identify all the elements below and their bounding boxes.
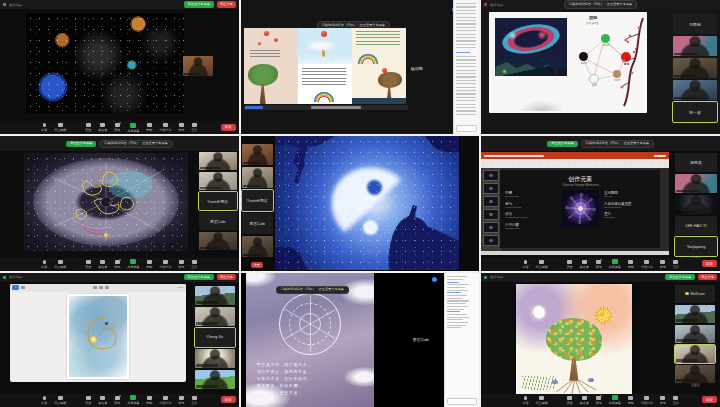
participant-tile[interactable]: Yuxin张雨欣 xyxy=(199,192,237,210)
ppt-ribbon[interactable] xyxy=(481,159,669,168)
ppt-titlebar[interactable] xyxy=(481,152,669,159)
cam-button[interactable]: 停止视频 xyxy=(54,123,66,132)
doc-scrollbar[interactable] xyxy=(244,105,408,110)
smile-button[interactable]: 表情 xyxy=(178,396,184,405)
rooms-button[interactable]: 分组讨论 xyxy=(159,260,171,269)
cam-button[interactable]: 停止视频 xyxy=(536,260,548,269)
chat-button[interactable]: 聊天 xyxy=(596,396,602,405)
participant-tile[interactable] xyxy=(242,167,273,188)
window-controls[interactable] xyxy=(654,155,666,156)
meeting-pill[interactable]: 口袋神话训练营（丙班） · 正在查看共享屏幕 xyxy=(581,140,654,148)
zoom-app-icon[interactable] xyxy=(432,277,437,282)
shield-button[interactable]: 安全 xyxy=(85,396,91,405)
participant-tile[interactable] xyxy=(675,325,715,343)
chat-input[interactable] xyxy=(456,125,477,132)
chat-button[interactable]: 聊天 xyxy=(114,123,120,132)
participant-tile[interactable]: Yuxin张雨欣 xyxy=(242,190,273,211)
participant-tile[interactable]: LEE HAO YI xyxy=(675,216,717,235)
smile-button[interactable]: 表情 xyxy=(178,260,184,269)
rooms-button[interactable]: 分组讨论 xyxy=(159,396,171,405)
meeting-pill[interactable]: 口袋神话训练营（丙班） · 正在查看共享屏幕 xyxy=(99,140,172,148)
mic-button[interactable]: 静音 xyxy=(41,123,47,132)
meeting-info-label[interactable]: 会议信息 xyxy=(490,3,503,7)
annotate-button[interactable]: ✎ xyxy=(12,285,19,290)
participant-tile[interactable]: 李艺Cubi xyxy=(242,213,273,234)
mic-button[interactable]: 静音 xyxy=(41,396,47,405)
participant-tile[interactable] xyxy=(195,349,235,368)
ppt-slide-thumbnails[interactable] xyxy=(481,168,501,251)
participant-tile[interactable] xyxy=(673,36,717,56)
participant-tile[interactable] xyxy=(675,365,715,383)
share-button[interactable]: 共享屏幕 xyxy=(127,123,139,133)
end-meeting-button[interactable]: 结束 xyxy=(702,396,717,403)
rooms-button[interactable]: 分组讨论 xyxy=(641,260,653,269)
shield-button[interactable]: 安全 xyxy=(85,260,91,269)
participant-tile[interactable] xyxy=(199,152,237,170)
share-button[interactable]: 共享屏幕 xyxy=(127,259,139,269)
participant-tile[interactable] xyxy=(195,307,235,326)
rec-button[interactable]: 录制 xyxy=(628,396,634,405)
end-meeting-button[interactable]: 结束 xyxy=(702,260,717,267)
rooms-button[interactable]: 分组讨论 xyxy=(641,396,653,405)
participant-tile[interactable]: ShiXuan xyxy=(675,285,715,303)
more-button[interactable]: 更多 xyxy=(191,123,197,132)
shield-button[interactable]: 安全 xyxy=(85,123,91,132)
participant-tile[interactable]: Cheng Xu xyxy=(195,328,235,347)
meeting-info-label[interactable]: 会议信息 xyxy=(9,3,22,7)
participant-tile[interactable] xyxy=(675,195,717,214)
participant-tile[interactable] xyxy=(675,345,715,363)
participant-tile[interactable] xyxy=(673,80,717,100)
smile-button[interactable]: 表情 xyxy=(660,396,666,405)
stop-share-button[interactable]: 停止共享 xyxy=(217,274,236,280)
more-button[interactable]: 更多 xyxy=(673,396,679,405)
smile-button[interactable]: 表情 xyxy=(178,123,184,132)
chat-button[interactable]: 聊天 xyxy=(114,396,120,405)
smile-button[interactable]: 表情 xyxy=(660,260,666,269)
participant-tile[interactable] xyxy=(242,144,273,165)
tool-icon[interactable] xyxy=(105,286,109,289)
people-button[interactable]: 参会者 xyxy=(98,396,107,405)
chat-link[interactable] xyxy=(456,52,470,53)
meeting-info-label[interactable]: 会议信息 xyxy=(490,275,503,279)
chat-input[interactable] xyxy=(447,398,477,405)
people-button[interactable]: 参会者 xyxy=(98,123,107,132)
share-button[interactable]: 共享屏幕 xyxy=(609,395,621,405)
participant-tile[interactable] xyxy=(673,58,717,78)
participant-tile[interactable]: Youjiapeng xyxy=(675,237,717,256)
people-button[interactable]: 参会者 xyxy=(580,396,589,405)
end-meeting-button[interactable]: 结束 xyxy=(221,396,236,403)
mic-button[interactable]: 静音 xyxy=(41,260,47,269)
participant-tile[interactable] xyxy=(195,370,235,389)
more-button[interactable]: 更多 xyxy=(191,396,197,405)
more-button[interactable]: 更多 xyxy=(673,260,679,269)
people-button[interactable]: 参会者 xyxy=(580,260,589,269)
participant-tile[interactable]: 陈一诺 xyxy=(673,102,717,122)
cam-button[interactable]: 停止视频 xyxy=(54,396,66,405)
participant-tile[interactable] xyxy=(675,305,715,323)
rec-button[interactable]: 录制 xyxy=(146,396,152,405)
shield-button[interactable]: 安全 xyxy=(567,260,573,269)
chat-button[interactable]: 聊天 xyxy=(114,260,120,269)
rec-button[interactable]: 录制 xyxy=(146,260,152,269)
participant-tile[interactable] xyxy=(199,232,237,250)
mic-button[interactable]: 静音 xyxy=(523,260,529,269)
meeting-pill[interactable]: 口袋神话训练营（丙班） · 正在查看共享屏幕 xyxy=(276,286,349,294)
participant-tile[interactable]: 刘雨桐 xyxy=(673,14,717,34)
shield-button[interactable]: 安全 xyxy=(567,396,573,405)
participant-tile[interactable] xyxy=(675,174,717,193)
rec-button[interactable]: 录制 xyxy=(628,260,634,269)
stop-share-button[interactable]: 停止共享 xyxy=(698,274,717,280)
mic-button[interactable]: 静音 xyxy=(523,396,529,405)
meeting-pill[interactable]: 口袋神话训练营（丙班） · 正在查看共享屏幕 xyxy=(564,0,637,8)
zoom-level[interactable]: 100% xyxy=(178,286,184,289)
share-button[interactable]: 共享屏幕 xyxy=(609,259,621,269)
cam-button[interactable]: 停止视频 xyxy=(536,396,548,405)
end-meeting-button[interactable]: 结束 xyxy=(221,124,236,131)
chat-button[interactable]: 聊天 xyxy=(596,260,602,269)
tool-icon[interactable] xyxy=(93,286,97,289)
participant-tile[interactable]: 杨雨晨 xyxy=(675,153,717,172)
meeting-info-label[interactable]: 会议信息 xyxy=(9,275,22,279)
participant-tile[interactable] xyxy=(242,236,273,257)
rec-button[interactable]: 录制 xyxy=(146,123,152,132)
tool-icon[interactable] xyxy=(21,286,25,289)
